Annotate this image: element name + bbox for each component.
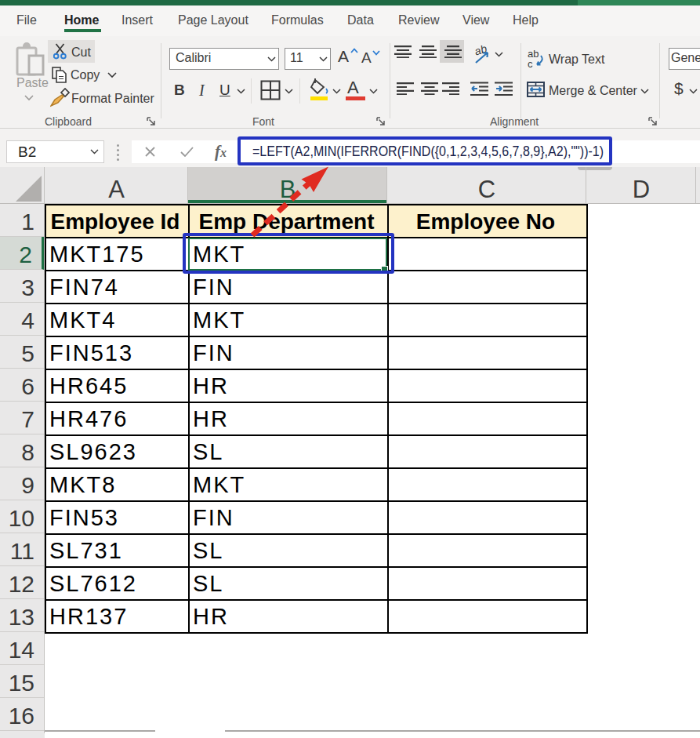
svg-text:c: c (528, 58, 533, 68)
svg-text:ab: ab (473, 45, 488, 58)
